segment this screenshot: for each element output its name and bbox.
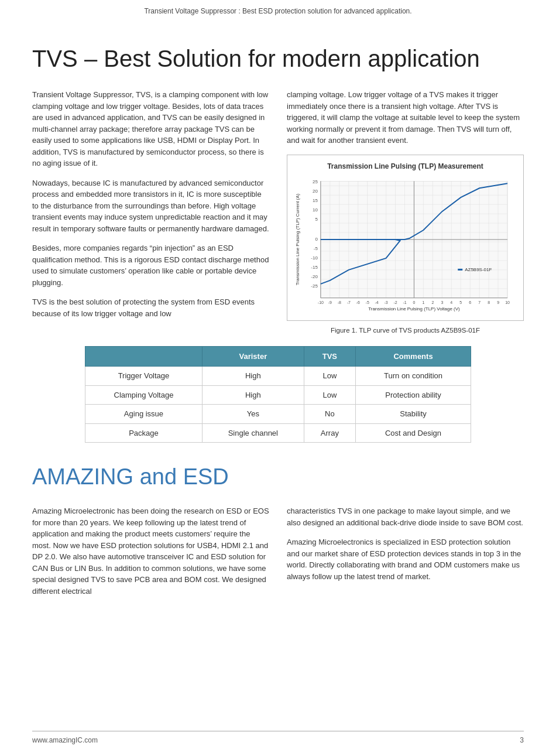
table-cell: Low — [304, 367, 355, 386]
left-para-4: TVS is the best solution of protecting t… — [32, 296, 269, 319]
section2-right: characteristics TVS in one package to ma… — [287, 505, 524, 605]
chart-box: Transmission Line Pulsing (TLP) Measurem… — [287, 155, 524, 321]
table-row: Aging issueYesNoStability — [85, 405, 471, 424]
svg-text:9: 9 — [497, 300, 499, 304]
table-row: Clamping VoltageHighLowProtection abilit… — [85, 385, 471, 405]
chart-caption: Figure 1. TLP curve of TVS products AZ5B… — [287, 326, 524, 336]
table-cell: Cost and Design — [356, 423, 471, 443]
right-para-1: clamping voltage. Low trigger voltage of… — [287, 89, 524, 146]
svg-text:0: 0 — [315, 237, 318, 242]
svg-text:-2: -2 — [393, 300, 397, 304]
section2-title: AMAZING and ESD — [32, 460, 524, 494]
svg-text:15: 15 — [313, 198, 318, 203]
svg-text:25: 25 — [313, 179, 318, 184]
chart-area: 25 20 15 10 5 0 -5 -10 -15 -20 -25 -10 -… — [294, 175, 516, 316]
svg-text:3: 3 — [441, 300, 443, 304]
table-cell: Yes — [202, 405, 304, 424]
svg-text:-5: -5 — [314, 245, 318, 251]
col-header-comments: Comments — [356, 346, 471, 367]
page: Transient Voltage Suppressor : Best ESD … — [0, 0, 556, 756]
svg-rect-71 — [458, 268, 462, 270]
chart-svg: 25 20 15 10 5 0 -5 -10 -15 -20 -25 -10 -… — [294, 175, 516, 316]
table-cell: No — [304, 405, 355, 424]
svg-text:4: 4 — [450, 300, 452, 304]
svg-text:-5: -5 — [366, 300, 369, 304]
section1-left: Transient Voltage Suppressor, TVS, is a … — [32, 89, 269, 336]
col-header-tvs: TVS — [304, 346, 355, 367]
svg-text:-15: -15 — [311, 264, 318, 269]
table-cell: High — [202, 385, 304, 405]
footer-page: 3 — [520, 735, 524, 745]
svg-text:5: 5 — [459, 300, 462, 304]
svg-text:-20: -20 — [311, 273, 318, 279]
svg-text:-6: -6 — [356, 300, 360, 304]
table-cell: Stability — [356, 405, 471, 424]
svg-text:-25: -25 — [311, 283, 318, 288]
comparison-table-wrap: Varister TVS Comments Trigger VoltageHig… — [85, 346, 471, 443]
svg-text:-4: -4 — [375, 300, 379, 304]
col-header-0 — [85, 346, 203, 367]
table-cell: Low — [304, 385, 355, 405]
table-cell: High — [202, 367, 304, 386]
section2-right-para-2: Amazing Microelectronics is specialized … — [287, 536, 524, 582]
table-cell: Package — [85, 423, 203, 443]
svg-text:-9: -9 — [328, 300, 332, 304]
svg-text:2: 2 — [431, 300, 434, 304]
section1-right: clamping voltage. Low trigger voltage of… — [287, 89, 524, 336]
footer-website: www.amazingIC.com — [32, 735, 98, 745]
section2-left: Amazing Microelectronic has been doing t… — [32, 505, 269, 605]
svg-text:-3: -3 — [384, 300, 387, 304]
table-row: Trigger VoltageHighLowTurn on condition — [85, 367, 471, 386]
svg-text:Transmission Line Pulsing (TLP: Transmission Line Pulsing (TLP) Voltage … — [368, 306, 460, 311]
col-header-varister: Varister — [202, 346, 304, 367]
svg-text:10: 10 — [313, 207, 318, 213]
section2-left-para-1: Amazing Microelectronic has been doing t… — [32, 505, 269, 597]
section2-content: Amazing Microelectronic has been doing t… — [32, 505, 524, 605]
header-title: Transient Voltage Suppressor : Best ESD … — [144, 7, 411, 15]
footer: www.amazingIC.com 3 — [32, 731, 524, 745]
table-header-row: Varister TVS Comments — [85, 346, 471, 367]
chart-title: Transmission Line Pulsing (TLP) Measurem… — [294, 161, 516, 172]
table-cell: Turn on condition — [356, 367, 471, 386]
table-row: PackageSingle channelArrayCost and Desig… — [85, 423, 471, 443]
svg-text:Transmission Line Pulsing (TLP: Transmission Line Pulsing (TLP) Current … — [295, 193, 300, 285]
svg-text:-1: -1 — [403, 300, 406, 304]
comparison-table: Varister TVS Comments Trigger VoltageHig… — [85, 346, 471, 443]
left-para-2: Nowadays, because IC is manufactured by … — [32, 177, 269, 235]
table-cell: Aging issue — [85, 405, 203, 424]
svg-text:5: 5 — [315, 217, 318, 222]
svg-text:20: 20 — [313, 189, 318, 194]
section1-content: Transient Voltage Suppressor, TVS, is a … — [32, 89, 524, 336]
page-header: Transient Voltage Suppressor : Best ESD … — [32, 0, 524, 27]
svg-text:6: 6 — [469, 300, 471, 304]
svg-text:8: 8 — [488, 300, 490, 304]
svg-text:10: 10 — [505, 300, 510, 304]
table-cell: Array — [304, 423, 355, 443]
svg-text:-7: -7 — [347, 300, 351, 304]
section2-right-para-1: characteristics TVS in one package to ma… — [287, 505, 524, 528]
svg-text:0: 0 — [413, 300, 416, 304]
svg-text:7: 7 — [478, 300, 481, 304]
table-cell: Single channel — [202, 423, 304, 443]
svg-text:1: 1 — [422, 300, 424, 304]
section1-title: TVS – Best Solution for modern applicati… — [32, 45, 524, 73]
svg-text:-10: -10 — [318, 300, 324, 304]
table-cell: Trigger Voltage — [85, 367, 203, 386]
svg-text:AZ5B9S-01F: AZ5B9S-01F — [465, 266, 492, 272]
table-cell: Clamping Voltage — [85, 385, 203, 405]
left-para-3: Besides, more companies regards “pin inj… — [32, 242, 269, 288]
svg-text:-10: -10 — [311, 255, 318, 260]
left-para-1: Transient Voltage Suppressor, TVS, is a … — [32, 89, 269, 169]
svg-text:-8: -8 — [338, 300, 341, 304]
table-cell: Protection ability — [356, 385, 471, 405]
